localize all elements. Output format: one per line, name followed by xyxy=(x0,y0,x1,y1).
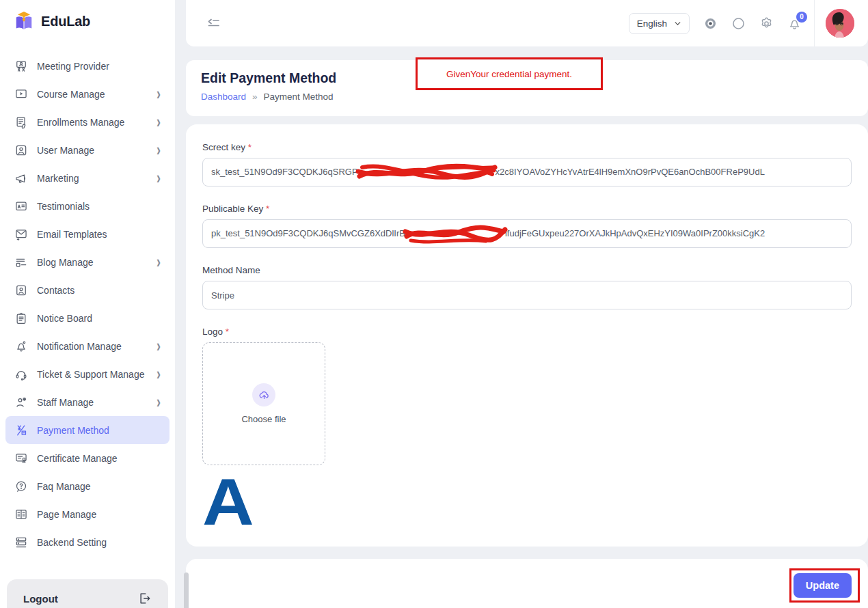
notification-bell-icon[interactable]: 0 xyxy=(787,16,802,31)
vertical-scrollbar-thumb[interactable] xyxy=(184,572,189,608)
contacts-icon xyxy=(14,284,28,297)
sidebar-item-blog-manage[interactable]: Blog Manage› xyxy=(5,248,169,276)
chevron-right-icon: › xyxy=(157,393,161,411)
sidebar-item-label: Certificate Manage xyxy=(37,453,118,464)
current-logo-image: A xyxy=(202,476,254,528)
sidebar-item-course-manage[interactable]: Course Manage› xyxy=(5,80,169,108)
required-asterisk: * xyxy=(226,327,229,337)
payment-method-icon xyxy=(14,424,28,437)
sidebar-item-email-templates[interactable]: Email Templates xyxy=(5,220,169,248)
logo-upload-dropzone[interactable]: Choose file xyxy=(202,342,325,465)
publishable-key-input[interactable]: pk_test_51N9Od9F3CQDKJ6qSMvCGZ6XdDlIrB l… xyxy=(202,219,852,248)
publishable-key-visible-end: lfudjFeGUxpeu227OrXAJkHpAdvQxEHzYI09Wa0I… xyxy=(505,228,765,238)
enrollments-manage-icon xyxy=(14,115,28,129)
sidebar-item-certificate-manage[interactable]: Certificate Manage xyxy=(5,444,169,472)
sidebar-collapse-icon[interactable] xyxy=(206,16,221,31)
sidebar-item-testimonials[interactable]: Testimonials xyxy=(5,192,169,220)
method-name-field: Method Name xyxy=(202,265,852,309)
required-asterisk: * xyxy=(248,142,252,152)
sidebar-item-contacts[interactable]: Contacts xyxy=(5,276,169,304)
sidebar-item-label: Contacts xyxy=(37,285,74,296)
dark-mode-moon-icon[interactable] xyxy=(731,16,746,31)
annotation-box-note: GivenYour credential payment. xyxy=(416,57,603,90)
chevron-right-icon: › xyxy=(157,113,161,130)
breadcrumb: Dashboard » Payment Method xyxy=(201,92,868,102)
logo-field: Logo * Choose file A xyxy=(202,327,852,528)
required-asterisk: * xyxy=(266,204,269,214)
breadcrumb-current: Payment Method xyxy=(264,92,334,102)
sidebar-item-user-manage[interactable]: User Manage› xyxy=(5,136,169,164)
sidebar-item-backend-setting[interactable]: Backend Setting xyxy=(5,528,169,556)
secret-key-input[interactable]: sk_test_51N9Od9F3CQDKJ6qSRGP x2c8IYOAVoZ… xyxy=(202,158,852,186)
method-name-input[interactable] xyxy=(202,281,852,309)
sidebar-item-label: Blog Manage xyxy=(37,257,94,268)
sidebar-item-label: Staff Manage xyxy=(37,397,94,408)
sidebar-item-faq-manage[interactable]: Faq Manage xyxy=(5,472,169,500)
sidebar-item-ticket-support-manage[interactable]: Ticket & Support Manage› xyxy=(5,360,169,388)
logout-icon xyxy=(138,592,152,605)
sidebar-item-notification-manage[interactable]: Notification Manage› xyxy=(5,332,169,360)
sidebar-item-label: Page Manage xyxy=(37,509,96,520)
sidebar-item-page-manage[interactable]: Page Manage xyxy=(5,500,169,528)
secret-key-field: Screct key * sk_test_51N9Od9F3CQDKJ6qSRG… xyxy=(202,142,852,186)
top-header-bar: English xyxy=(186,0,868,46)
logout-button[interactable]: Logout xyxy=(7,579,168,608)
language-selected-label: English xyxy=(637,18,667,29)
sidebar-item-payment-method[interactable]: Payment Method xyxy=(5,416,169,444)
notification-manage-icon xyxy=(14,340,28,353)
backend-setting-icon xyxy=(14,536,28,549)
sidebar-menu: Meeting ProviderCourse Manage›Enrollment… xyxy=(0,52,175,556)
chevron-right-icon: › xyxy=(157,337,161,355)
breadcrumb-dashboard-link[interactable]: Dashboard xyxy=(201,92,246,102)
secret-key-label: Screct key * xyxy=(202,142,852,152)
certificate-manage-icon xyxy=(14,452,28,465)
sidebar-item-enrollments-manage[interactable]: Enrollments Manage› xyxy=(5,108,169,136)
publishable-key-label: Publicable Key * xyxy=(202,204,852,214)
sidebar-item-notice-board[interactable]: Notice Board xyxy=(5,304,169,332)
logo-label: Logo * xyxy=(202,327,852,337)
sidebar-item-label: User Manage xyxy=(37,145,94,156)
payment-method-form-card: Screct key * sk_test_51N9Od9F3CQDKJ6qSRG… xyxy=(186,124,868,547)
email-templates-icon xyxy=(14,227,28,241)
language-select[interactable]: English xyxy=(629,13,690,34)
sidebar-item-label: Marketing xyxy=(37,173,79,184)
notification-count-badge: 0 xyxy=(796,12,807,23)
sidebar-item-label: Payment Method xyxy=(37,425,109,436)
edulab-logo-icon xyxy=(14,11,34,31)
avatar-photo xyxy=(826,9,854,38)
choose-file-label: Choose file xyxy=(241,414,286,424)
user-manage-icon xyxy=(14,143,28,157)
user-avatar[interactable] xyxy=(826,9,854,38)
publishable-key-visible-start: pk_test_51N9Od9F3CQDKJ6qSMvCGZ6XdDlIrB xyxy=(211,228,405,238)
method-name-label: Method Name xyxy=(202,265,852,275)
brand-logo[interactable]: EduLab xyxy=(0,0,175,31)
secret-key-visible-end: x2c8IYOAVoZYHcYvAtrE4lH9emXnO9rPvQE6anOc… xyxy=(496,167,765,177)
chevron-right-icon: › xyxy=(157,141,161,158)
sidebar-item-label: Ticket & Support Manage xyxy=(37,369,144,380)
staff-manage-icon xyxy=(14,396,28,409)
sidebar-item-meeting-provider[interactable]: Meeting Provider xyxy=(5,52,169,80)
blog-manage-icon xyxy=(14,255,28,269)
settings-gear-icon[interactable] xyxy=(759,16,774,31)
cloud-upload-icon xyxy=(252,383,275,406)
sidebar-item-label: Course Manage xyxy=(37,89,105,100)
breadcrumb-separator: » xyxy=(252,92,258,102)
header-divider xyxy=(814,0,815,46)
visibility-eye-icon[interactable] xyxy=(703,16,718,31)
chevron-right-icon: › xyxy=(157,253,161,271)
chevron-right-icon: › xyxy=(157,85,161,102)
redaction-scribble xyxy=(404,221,506,247)
testimonials-icon xyxy=(14,199,28,213)
faq-manage-icon xyxy=(14,480,28,493)
sidebar-item-label: Notice Board xyxy=(37,313,92,324)
course-manage-icon xyxy=(14,87,28,101)
sidebar-item-label: Email Templates xyxy=(37,229,107,240)
sidebar-item-label: Notification Manage xyxy=(37,341,122,352)
chevron-right-icon: › xyxy=(157,169,161,186)
sidebar-item-label: Testimonials xyxy=(37,201,90,212)
publishable-key-field: Publicable Key * pk_test_51N9Od9F3CQDKJ6… xyxy=(202,204,852,248)
sidebar-item-marketing[interactable]: Marketing› xyxy=(5,164,169,192)
brand-name: EduLab xyxy=(41,14,90,29)
logout-label: Logout xyxy=(23,593,58,605)
sidebar-item-staff-manage[interactable]: Staff Manage› xyxy=(5,388,169,416)
